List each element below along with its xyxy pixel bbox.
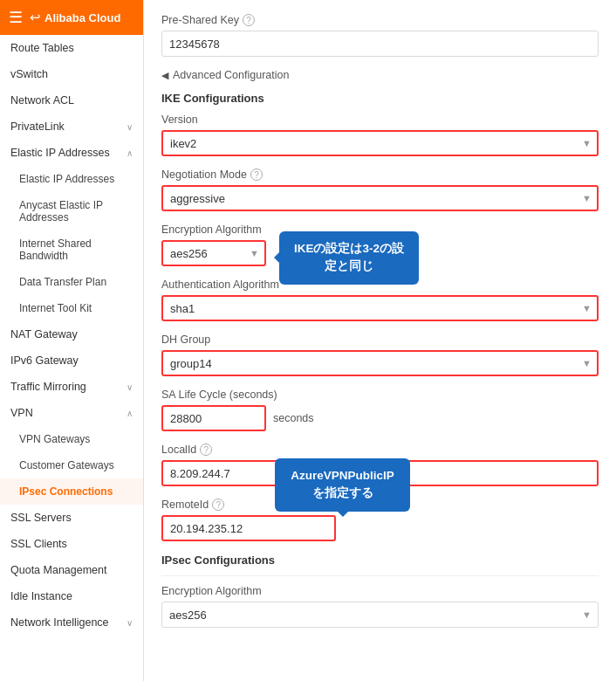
sidebar-item-internet-bandwidth[interactable]: Internet Shared Bandwidth [0,230,143,269]
auth-algorithm-group: Authentication Algorithm sha1 ▼ [161,279,599,321]
auth-algorithm-label: Authentication Algorithm [161,279,599,291]
advanced-config-toggle[interactable]: ◀ Advanced Configuration [161,69,599,81]
sidebar-nav: Route TablesvSwitchNetwork ACLPrivateLin… [0,35,143,636]
sidebar-item-label-network-acl: Network ACL [10,94,74,107]
pre-shared-key-help-icon[interactable]: ? [243,14,255,26]
local-id-label: LocalId ? [161,444,599,456]
encryption-algorithm-select[interactable]: aes256 [161,240,266,266]
remote-id-group: RemoteId ? AzureVPNPublicIP を指定する [161,499,599,541]
sidebar-item-label-ipv6-gateway: IPv6 Gateway [10,354,79,367]
sidebar-item-ssl-servers[interactable]: SSL Servers [0,505,143,531]
ipsec-encryption-label: Encryption Algorithm [161,585,599,597]
sa-lifecycle-row: seconds [161,405,599,431]
sidebar-item-elastic-ip[interactable]: Elastic IP Addresses∧ [0,140,143,166]
main-content: Pre-Shared Key ? ◀ Advanced Configuratio… [144,0,616,681]
local-id-input[interactable] [161,460,599,486]
remote-id-input[interactable] [161,515,336,541]
ipsec-section-title: IPsec Configurations [161,554,599,567]
encryption-algorithm-label: Encryption Algorithm [161,224,599,236]
sa-lifecycle-label: SA Life Cycle (seconds) [161,389,599,401]
sidebar-item-label-internet-toolkit: Internet Tool Kit [19,302,92,314]
sidebar-item-ssl-clients[interactable]: SSL Clients [0,531,143,557]
sidebar: ☰ ↩ Alibaba Cloud Route TablesvSwitchNet… [0,0,144,681]
version-label: Version [161,114,599,126]
sidebar-item-label-data-transfer: Data Transfer Plan [19,276,106,288]
version-select[interactable]: ikev2 [161,130,599,156]
sidebar-item-network-acl[interactable]: Network ACL [0,87,143,114]
sidebar-item-ipsec-connections[interactable]: IPsec Connections [0,478,143,505]
sidebar-item-elastic-ip-sub[interactable]: Elastic IP Addresses [0,166,143,192]
sidebar-item-label-elastic-ip-sub: Elastic IP Addresses [19,173,114,185]
sa-lifecycle-group: SA Life Cycle (seconds) seconds [161,389,599,431]
ipsec-divider [161,575,599,576]
sidebar-item-label-anycast-eip: Anycast Elastic IP Addresses [19,199,133,224]
sidebar-item-customer-gateways[interactable]: Customer Gateways [0,452,143,478]
sidebar-item-label-route-tables: Route Tables [10,42,74,54]
negotiation-mode-group: Negotiation Mode ? aggressive ▼ [161,169,599,211]
sidebar-item-label-elastic-ip: Elastic IP Addresses [10,147,110,159]
sa-lifecycle-unit: seconds [273,412,314,424]
sidebar-item-privatelink[interactable]: PrivateLink∨ [0,114,143,140]
remote-id-label: RemoteId ? [161,499,599,511]
negotiation-mode-select[interactable]: aggressive [161,185,599,211]
negotiation-mode-label: Negotiation Mode ? [161,169,599,181]
sidebar-item-label-nat-gateway: NAT Gateway [10,328,78,340]
dh-group-select-wrapper: group14 ▼ [161,350,599,376]
sidebar-item-vpn-gateways[interactable]: VPN Gateways [0,426,143,452]
dh-group-select[interactable]: group14 [161,350,599,376]
advanced-config-arrow-icon: ◀ [161,70,168,81]
sidebar-item-label-quota-management: Quota Management [10,564,107,576]
sidebar-item-vpn[interactable]: VPN∧ [0,400,143,426]
sidebar-header: ☰ ↩ Alibaba Cloud [0,0,143,35]
sidebar-item-route-tables[interactable]: Route Tables [0,35,143,61]
local-id-group: LocalId ? [161,444,599,486]
local-id-help-icon[interactable]: ? [200,444,212,456]
encryption-algorithm-select-wrapper: aes256 ▼ [161,240,266,266]
ipsec-encryption-select[interactable]: aes256 [161,602,599,628]
sidebar-item-label-ssl-servers: SSL Servers [10,512,72,524]
sidebar-item-ipv6-gateway[interactable]: IPv6 Gateway [0,347,143,374]
sidebar-item-nat-gateway[interactable]: NAT Gateway [0,321,143,347]
ike-tooltip: IKEの設定は3-2の設 定と同じ [279,231,419,285]
sidebar-item-traffic-mirroring[interactable]: Traffic Mirroring∨ [0,374,143,400]
pre-shared-key-group: Pre-Shared Key ? [161,14,599,57]
sidebar-item-label-network-intelligence: Network Intelligence [10,616,109,629]
alibaba-logo-icon: ↩ [30,10,41,25]
ipsec-encryption-group: Encryption Algorithm aes256 ▼ [161,585,599,628]
negotiation-mode-select-wrapper: aggressive ▼ [161,185,599,211]
sidebar-item-label-privatelink: PrivateLink [10,120,65,133]
dh-group-label: DH Group [161,334,599,346]
encryption-algorithm-group: Encryption Algorithm aes256 ▼ IKEの設定は3-2… [161,224,599,266]
hamburger-menu[interactable]: ☰ [9,8,23,27]
sidebar-item-label-traffic-mirroring: Traffic Mirroring [10,381,86,393]
sidebar-item-internet-toolkit[interactable]: Internet Tool Kit [0,295,143,321]
version-select-wrapper: ikev2 ▼ [161,130,599,156]
auth-algorithm-select[interactable]: sha1 [161,295,599,321]
ipsec-encryption-select-wrapper: aes256 ▼ [161,602,599,628]
dh-group-group: DH Group group14 ▼ [161,334,599,376]
sidebar-item-label-customer-gateways: Customer Gateways [19,459,114,471]
auth-algorithm-select-wrapper: sha1 ▼ [161,295,599,321]
sidebar-item-network-intelligence[interactable]: Network Intelligence∨ [0,609,143,636]
ike-section-title: IKE Configurations [161,92,599,105]
sidebar-item-label-internet-bandwidth: Internet Shared Bandwidth [19,237,133,262]
sidebar-chevron-network-intelligence: ∨ [127,618,133,628]
sidebar-item-anycast-eip[interactable]: Anycast Elastic IP Addresses [0,192,143,230]
pre-shared-key-label: Pre-Shared Key ? [161,14,599,26]
sidebar-chevron-privatelink: ∨ [127,122,133,132]
sidebar-item-label-vswitch: vSwitch [10,68,48,80]
negotiation-mode-help-icon[interactable]: ? [250,169,263,181]
sidebar-item-label-vpn: VPN [10,407,33,419]
sidebar-chevron-traffic-mirroring: ∨ [127,382,133,392]
pre-shared-key-input[interactable] [161,31,599,57]
sidebar-chevron-elastic-ip: ∧ [127,148,133,158]
sa-lifecycle-input[interactable] [161,405,266,431]
sidebar-item-label-ssl-clients: SSL Clients [10,538,67,550]
sidebar-item-data-transfer[interactable]: Data Transfer Plan [0,269,143,295]
sidebar-item-quota-management[interactable]: Quota Management [0,557,143,583]
sidebar-item-vswitch[interactable]: vSwitch [0,61,143,87]
sidebar-item-label-ipsec-connections: IPsec Connections [19,485,113,498]
remote-id-help-icon[interactable]: ? [212,499,224,511]
sidebar-item-idle-instance[interactable]: Idle Instance [0,583,143,609]
sidebar-item-label-idle-instance: Idle Instance [10,590,72,602]
